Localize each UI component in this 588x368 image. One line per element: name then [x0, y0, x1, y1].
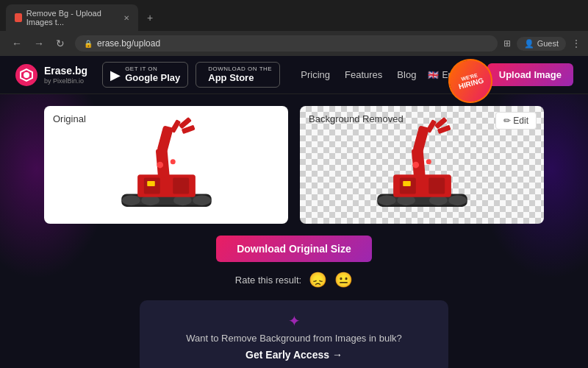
svg-rect-30 [426, 119, 437, 133]
edit-button[interactable]: ✏ Edit [495, 112, 537, 130]
google-play-text: GET IT ON Google Play [125, 66, 180, 84]
google-play-icon: ▶ [110, 67, 121, 83]
cta-text: Want to Remove Background from Images in… [154, 333, 434, 344]
logo-name: Erase.bg [44, 65, 87, 77]
store-badges: ▶ GET IT ON Google Play Download on the … [102, 62, 280, 88]
removed-label: Background Removed [309, 113, 404, 124]
cta-icon: ✦ [154, 312, 434, 330]
actions-row: Download Original Size Rate this result:… [44, 236, 544, 368]
lang-flag: 🇬🇧 [428, 70, 439, 80]
tab-bar: Remove Bg - Upload Images t... ✕ + [0, 0, 588, 31]
svg-point-1 [24, 72, 29, 78]
image-comparison: Original [44, 106, 544, 224]
google-play-pre: GET IT ON [125, 66, 180, 72]
logo-text-block: Erase.bg by PixelBin.io [44, 65, 87, 85]
app-store-pre: Download on the [208, 66, 272, 72]
refresh-button[interactable]: ↻ [51, 36, 69, 51]
sad-emoji-button[interactable]: 😞 [309, 271, 327, 289]
active-tab[interactable]: Remove Bg - Upload Images t... ✕ [6, 4, 138, 31]
original-robot-svg [102, 113, 231, 216]
original-panel: Original [44, 106, 288, 224]
logo-icon [15, 63, 38, 87]
removed-robot-svg [358, 113, 487, 216]
logo-sub: by PixelBin.io [44, 77, 87, 85]
tab-label: Remove Bg - Upload Images t... [26, 9, 119, 26]
back-button[interactable]: ← [7, 36, 26, 51]
app-store-badge[interactable]: Download on the App Store [196, 62, 280, 88]
nav-bar: ← → ↻ 🔒 erase.bg/upload ⊞ 👤 Guest ⋮ [0, 31, 588, 56]
cta-box: ✦ Want to Remove Background from Images … [140, 300, 448, 368]
svg-point-4 [122, 195, 140, 205]
cta-link[interactable]: Get Early Access → [245, 349, 343, 361]
nav-buttons: ← → ↻ [7, 36, 69, 51]
account-icon: 👤 [524, 39, 534, 49]
tab-favicon [15, 13, 22, 22]
svg-rect-27 [429, 178, 445, 194]
app-header: Erase.bg by PixelBin.io ▶ GET IT ON Goog… [0, 56, 588, 94]
address-bar[interactable]: 🔒 erase.bg/upload [75, 35, 498, 52]
forward-button[interactable]: → [29, 36, 49, 51]
guest-button[interactable]: 👤 Guest [517, 37, 566, 51]
nav-blog[interactable]: Blog [397, 69, 416, 80]
nav-links: Pricing Features Blog [301, 69, 416, 80]
svg-rect-18 [147, 181, 155, 186]
svg-point-34 [426, 159, 431, 164]
svg-rect-10 [173, 178, 189, 194]
download-button[interactable]: Download Original Size [216, 236, 372, 262]
logo-section: Erase.bg by PixelBin.io [15, 63, 87, 87]
svg-point-21 [378, 195, 396, 205]
rate-row: Rate this result: 😞 😐 [235, 271, 353, 289]
svg-point-7 [193, 195, 211, 205]
svg-point-24 [448, 195, 467, 205]
menu-icon[interactable]: ⋮ [572, 38, 581, 49]
neutral-emoji-button[interactable]: 😐 [334, 271, 353, 289]
svg-rect-13 [170, 119, 181, 133]
guest-label: Guest [537, 39, 559, 48]
upload-image-button[interactable]: Upload Image [487, 63, 573, 86]
app-store-text: Download on the App Store [208, 66, 272, 84]
google-play-name: Google Play [125, 72, 180, 84]
nav-right: ⊞ 👤 Guest ⋮ [503, 37, 581, 51]
nav-features[interactable]: Features [345, 69, 382, 80]
browser-chrome: Remove Bg - Upload Images t... ✕ + ← → ↻… [0, 0, 588, 56]
svg-point-17 [170, 159, 175, 164]
app-container: Erase.bg by PixelBin.io ▶ GET IT ON Goog… [0, 56, 588, 368]
main-content: Original [0, 94, 588, 368]
new-tab-button[interactable]: + [141, 9, 159, 26]
app-store-name: App Store [208, 72, 272, 84]
nav-pricing[interactable]: Pricing [301, 69, 330, 80]
rate-label: Rate this result: [235, 275, 301, 286]
address-text: erase.bg/upload [97, 38, 160, 49]
extensions-icon[interactable]: ⊞ [503, 38, 511, 49]
removed-panel: Background Removed ✏ Edit [300, 106, 544, 224]
google-play-badge[interactable]: ▶ GET IT ON Google Play [102, 62, 188, 88]
tab-close-button[interactable]: ✕ [123, 14, 129, 22]
lock-icon: 🔒 [84, 40, 93, 48]
svg-point-16 [157, 162, 163, 169]
original-label: Original [53, 113, 86, 124]
svg-rect-35 [403, 181, 411, 186]
svg-point-33 [412, 162, 419, 169]
